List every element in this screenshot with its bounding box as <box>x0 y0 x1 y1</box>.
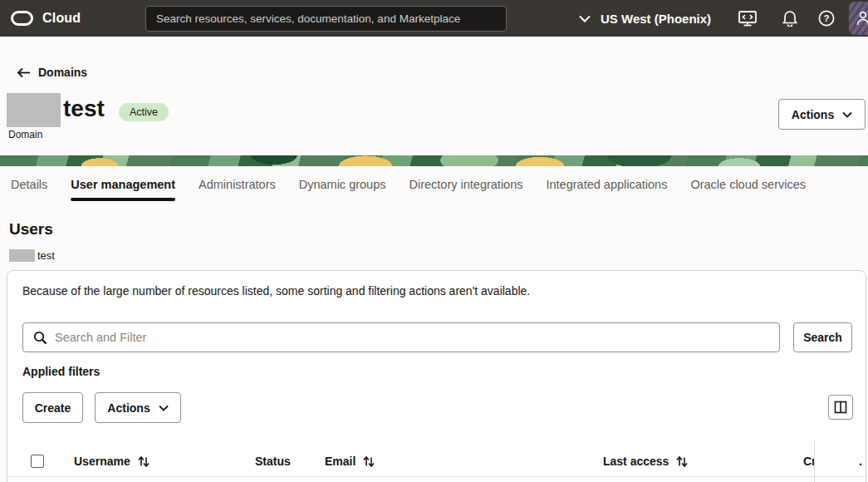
svg-text:?: ? <box>823 13 829 23</box>
chevron-down-icon <box>159 405 169 411</box>
column-label: Last access <box>603 455 669 468</box>
back-arrow-icon <box>17 67 31 78</box>
column-label: . <box>859 455 862 468</box>
help-icon: ? <box>818 10 835 27</box>
cloud-shell-button[interactable] <box>738 0 757 37</box>
cloud-shell-icon <box>738 11 757 27</box>
search-button[interactable]: Search <box>793 322 852 352</box>
compartment-label: test <box>37 249 55 262</box>
user-avatar[interactable] <box>849 2 868 35</box>
tab-user-management[interactable]: User management <box>71 169 175 199</box>
help-button[interactable]: ? <box>818 0 835 37</box>
column-label: Username <box>74 455 130 468</box>
pinned-column-divider <box>814 440 815 482</box>
search-icon <box>33 331 47 345</box>
search-button-label: Search <box>803 331 842 344</box>
column-label: Status <box>255 455 291 468</box>
filter-input-wrap <box>22 322 780 352</box>
page-title: test <box>63 96 105 122</box>
compartment-row: test <box>7 249 55 262</box>
back-link-label: Domains <box>38 66 87 79</box>
column-label: Cr <box>803 455 814 468</box>
column-header-overflow: . <box>859 445 862 477</box>
sort-icon[interactable] <box>138 455 150 468</box>
oracle-logo-icon <box>11 11 33 26</box>
person-icon <box>856 11 868 26</box>
global-search-input[interactable] <box>145 6 507 32</box>
status-badge: Active <box>119 103 169 121</box>
list-notice: Because of the large number of resources… <box>22 284 530 298</box>
users-heading: Users <box>9 220 53 239</box>
applied-filters-label: Applied filters <box>22 365 100 378</box>
tab-bar: Details User management Administrators D… <box>0 169 868 199</box>
tab-dynamic-groups[interactable]: Dynamic groups <box>299 169 386 199</box>
tab-directory-integrations[interactable]: Directory integrations <box>409 169 522 199</box>
tab-details[interactable]: Details <box>11 169 47 199</box>
sort-icon[interactable] <box>363 455 375 468</box>
column-header-status: Status <box>255 445 291 477</box>
create-button-label: Create <box>35 401 71 415</box>
manage-columns-button[interactable] <box>828 395 853 420</box>
columns-icon <box>834 401 847 414</box>
create-button[interactable]: Create <box>22 392 83 423</box>
oracle-cloud-logo[interactable]: Cloud <box>11 11 81 26</box>
notifications-button[interactable] <box>782 0 797 37</box>
select-all-checkbox[interactable] <box>31 455 44 468</box>
column-header-email[interactable]: Email <box>325 445 375 477</box>
chevron-down-icon <box>579 15 591 22</box>
list-actions-button[interactable]: Actions <box>95 392 181 423</box>
domain-caption: Domain <box>8 129 42 140</box>
redacted-compartment-block <box>9 249 35 262</box>
tab-oracle-cloud-services[interactable]: Oracle cloud services <box>690 169 806 199</box>
sort-icon[interactable] <box>676 455 688 468</box>
tab-administrators[interactable]: Administrators <box>199 169 276 199</box>
region-selector[interactable]: US West (Phoenix) <box>579 0 711 37</box>
breadcrumb-back-domains[interactable]: Domains <box>17 66 87 79</box>
list-actions-label: Actions <box>107 401 150 415</box>
decorative-banner <box>0 155 868 166</box>
users-list-card: Because of the large number of resources… <box>7 270 866 482</box>
column-header-created-clipped[interactable]: Cr <box>803 445 814 477</box>
search-and-filter-input[interactable] <box>22 322 780 352</box>
header-actions-button[interactable]: Actions <box>778 99 866 130</box>
redacted-title-block <box>7 93 61 127</box>
bell-icon <box>782 10 797 27</box>
brand-label: Cloud <box>42 11 81 26</box>
tab-integrated-applications[interactable]: Integrated applications <box>546 169 667 199</box>
column-header-last-access[interactable]: Last access <box>603 445 688 477</box>
chevron-down-icon <box>842 111 852 118</box>
top-navbar: Cloud US West (Phoenix) ? <box>0 0 868 37</box>
column-label: Email <box>325 455 356 468</box>
header-actions-label: Actions <box>792 108 834 121</box>
column-header-username[interactable]: Username <box>74 445 150 477</box>
table-header-row: Username Status Email <box>7 445 867 477</box>
region-label: US West (Phoenix) <box>601 12 711 26</box>
